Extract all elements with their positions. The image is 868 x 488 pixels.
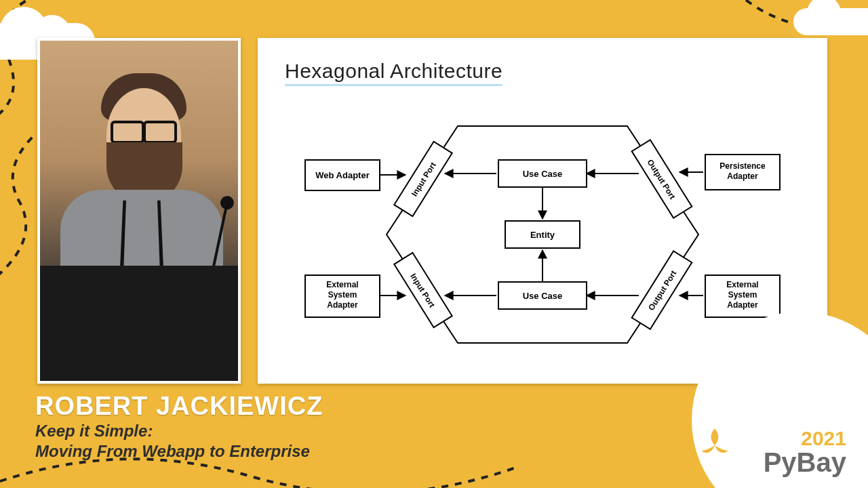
event-badge-text: 2021 PyBay bbox=[764, 427, 846, 474]
svg-text:Persistence: Persistence bbox=[719, 161, 766, 171]
svg-text:Use Case: Use Case bbox=[523, 169, 563, 179]
event-name: PyBay bbox=[764, 450, 846, 474]
svg-text:Adapter: Adapter bbox=[727, 300, 758, 310]
svg-text:System: System bbox=[328, 290, 357, 300]
pybay-logo-icon bbox=[697, 426, 732, 461]
speaker-name: ROBERT JACKIEWICZ bbox=[35, 392, 564, 421]
svg-text:Adapter: Adapter bbox=[727, 171, 758, 181]
svg-text:External: External bbox=[326, 280, 358, 289]
slide-title: Hexagonal Architecture bbox=[285, 60, 502, 86]
hexagonal-architecture-diagram: Web Adapter External System Adapter Pers… bbox=[298, 106, 787, 363]
svg-text:Use Case: Use Case bbox=[523, 291, 563, 301]
cloud-decoration bbox=[793, 8, 868, 35]
svg-text:External: External bbox=[726, 280, 758, 289]
talk-title-line1: Keep it Simple: bbox=[35, 421, 564, 441]
lower-third: ROBERT JACKIEWICZ Keep it Simple: Moving… bbox=[35, 392, 564, 462]
svg-text:Entity: Entity bbox=[530, 230, 555, 240]
talk-title-line2: Moving From Webapp to Enterprise bbox=[35, 441, 564, 462]
event-year: 2021 bbox=[764, 427, 846, 450]
box-web-adapter: Web Adapter bbox=[315, 170, 369, 180]
svg-text:Adapter: Adapter bbox=[327, 300, 358, 310]
svg-text:System: System bbox=[728, 290, 757, 300]
speaker-video bbox=[37, 38, 241, 384]
